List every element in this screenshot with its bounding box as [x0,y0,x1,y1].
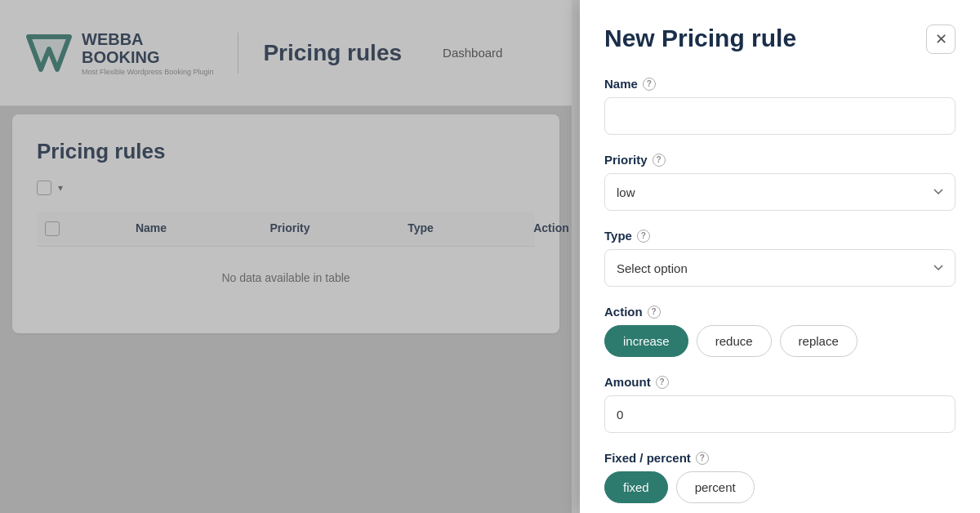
name-help-icon[interactable]: ? [643,78,656,91]
panel-title: New Pricing rule [604,25,796,52]
type-label: Type ? [604,229,956,243]
amount-help-icon[interactable]: ? [656,376,669,389]
amount-field-group: Amount ? [604,375,956,433]
priority-label: Priority ? [604,153,956,167]
name-field-group: Name ? [604,77,956,135]
action-increase-button[interactable]: increase [604,325,688,357]
amount-label: Amount ? [604,375,956,389]
type-help-icon[interactable]: ? [637,230,650,243]
priority-help-icon[interactable]: ? [653,154,666,167]
priority-select[interactable]: low medium high [604,173,956,211]
panel-header: New Pricing rule ✕ [604,25,956,54]
type-select[interactable]: Select option date days of week season [604,249,956,287]
action-field-group: Action ? increase reduce replace [604,305,956,357]
name-label: Name ? [604,77,956,91]
fixed-button[interactable]: fixed [604,471,668,503]
action-replace-button[interactable]: replace [780,325,858,357]
action-button-group: increase reduce replace [604,325,956,357]
new-pricing-rule-panel: New Pricing rule ✕ Name ? Priority ? low… [580,0,980,513]
action-label: Action ? [604,305,956,319]
amount-input[interactable] [604,395,956,433]
fixed-percent-label: Fixed / percent ? [604,451,956,465]
action-reduce-button[interactable]: reduce [697,325,772,357]
type-field-group: Type ? Select option date days of week s… [604,229,956,287]
percent-button[interactable]: percent [676,471,755,503]
action-help-icon[interactable]: ? [648,306,661,319]
priority-field-group: Priority ? low medium high [604,153,956,211]
name-input[interactable] [604,97,956,135]
fixed-percent-field-group: Fixed / percent ? fixed percent [604,451,956,503]
fixed-percent-help-icon[interactable]: ? [696,452,709,465]
fixed-percent-button-group: fixed percent [604,471,956,503]
close-button[interactable]: ✕ [926,25,956,54]
